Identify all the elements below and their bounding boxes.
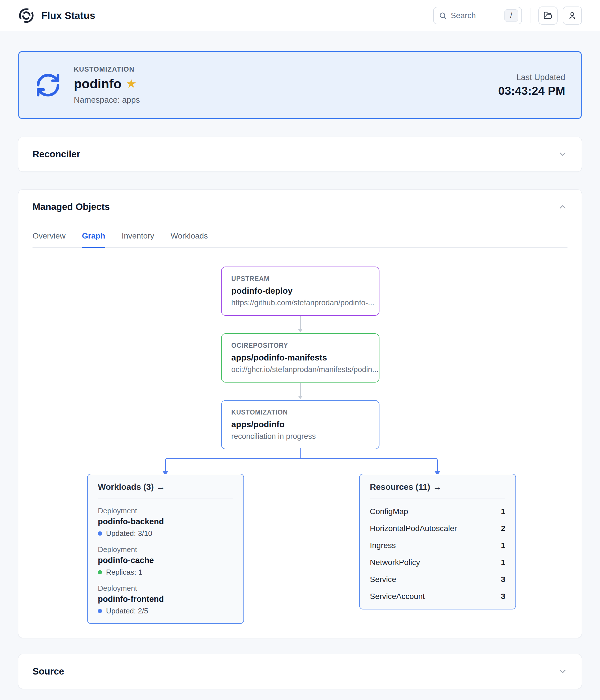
resources-title: Resources (11) (370, 482, 430, 492)
header-divider (530, 8, 530, 23)
user-icon (568, 11, 577, 20)
brand: Flux Status (18, 7, 95, 24)
resource-count: 1 (501, 558, 505, 567)
resource-row: ServiceAccount 3 (370, 592, 505, 601)
workload-item: Deployment podinfo-frontend Updated: 2/5 (98, 584, 233, 616)
chevron-down-icon[interactable] (558, 667, 568, 676)
arrow-right-icon: → (433, 482, 441, 492)
workloads-summary-box: Workloads (3)→ Deployment podinfo-backen… (87, 474, 244, 624)
account-button[interactable] (563, 6, 582, 25)
reconciler-title: Reconciler (32, 149, 80, 159)
chevron-up-icon[interactable] (558, 202, 568, 211)
resource-row: Ingress 1 (370, 541, 505, 550)
source-title: Source (32, 666, 64, 677)
top-bar: Flux Status / (0, 0, 600, 31)
resource-kind: Ingress (370, 541, 396, 550)
source-section: Source (18, 654, 582, 689)
node-name: apps/podinfo-manifests (231, 353, 369, 362)
sync-icon (35, 72, 61, 98)
graph-node-upstream[interactable]: UPSTREAM podinfo-deploy https://github.c… (221, 267, 380, 316)
node-detail: reconciliation in progress (231, 432, 369, 441)
resource-kind: NetworkPolicy (370, 558, 420, 567)
tab-workloads[interactable]: Workloads (171, 231, 208, 248)
reconciler-header[interactable]: Reconciler (18, 137, 582, 172)
graph-node-ocirepository[interactable]: OCIREPOSITORY apps/podinfo-manifests oci… (221, 333, 380, 382)
workload-status: Updated: 2/5 (106, 607, 148, 616)
resource-kind: Service (370, 575, 396, 584)
node-name: apps/podinfo (231, 420, 369, 429)
workload-item: Deployment podinfo-cache Replicas: 1 (98, 545, 233, 577)
resource-kind: ServiceAccount (370, 592, 425, 601)
node-name: podinfo-deploy (231, 286, 369, 296)
divider (98, 499, 233, 499)
resources-link[interactable]: Resources (11)→ (370, 482, 505, 492)
workloads-title: Workloads (3) (98, 482, 154, 492)
node-detail: oci://ghcr.io/stefanprodan/manifests/pod… (231, 365, 369, 374)
status-dot (98, 570, 102, 574)
edge-arrow-down (300, 383, 301, 396)
workload-status: Updated: 3/10 (106, 529, 152, 538)
tab-overview[interactable]: Overview (32, 231, 66, 248)
managed-objects-tabs: Overview Graph Inventory Workloads (32, 231, 568, 248)
search-shortcut-key: / (504, 9, 518, 22)
resources-summary-box: Resources (11)→ ConfigMap 1 HorizontalPo… (359, 474, 516, 609)
folder-icon (544, 11, 552, 20)
status-dot (98, 609, 102, 613)
resource-kind: HorizontalPodAutoscaler (370, 524, 457, 533)
chevron-down-icon[interactable] (558, 149, 568, 159)
flux-logo-icon (18, 7, 34, 24)
workload-name: podinfo-frontend (98, 595, 233, 604)
search-icon (439, 11, 447, 20)
source-header[interactable]: Source (18, 654, 582, 689)
kustomization-hero-card: KUSTOMIZATION podinfo ★ Namespace: apps … (18, 51, 582, 119)
graph-node-kustomization[interactable]: KUSTOMIZATION apps/podinfo reconciliatio… (221, 400, 380, 449)
node-detail: https://github.com/stefanprodan/podinfo-… (231, 299, 369, 307)
workload-name: podinfo-backend (98, 517, 233, 526)
resource-kind-label: KUSTOMIZATION (74, 65, 140, 73)
last-updated-time: 03:43:24 PM (498, 84, 565, 98)
managed-objects-title: Managed Objects (32, 201, 110, 212)
dependency-graph: UPSTREAM podinfo-deploy https://github.c… (32, 248, 568, 624)
node-kind: OCIREPOSITORY (231, 342, 369, 349)
resource-count: 3 (501, 592, 505, 601)
managed-objects-header[interactable]: Managed Objects (18, 190, 582, 224)
favorite-star-icon[interactable]: ★ (126, 78, 137, 90)
node-kind: KUSTOMIZATION (231, 408, 369, 416)
resource-count: 3 (501, 575, 505, 584)
projects-button[interactable] (538, 6, 557, 25)
workloads-link[interactable]: Workloads (3)→ (98, 482, 233, 492)
search-input[interactable] (451, 11, 500, 20)
managed-objects-section: Managed Objects Overview Graph Inventory… (18, 189, 582, 638)
workload-kind: Deployment (98, 545, 233, 554)
app-title: Flux Status (41, 10, 95, 21)
namespace-label: Namespace: apps (74, 95, 140, 105)
reconciler-section: Reconciler (18, 137, 582, 172)
workload-kind: Deployment (98, 506, 233, 515)
resource-row: Service 3 (370, 575, 505, 584)
resource-count: 1 (501, 507, 505, 516)
status-dot (98, 531, 102, 535)
resource-kind: ConfigMap (370, 507, 408, 516)
workload-item: Deployment podinfo-backend Updated: 3/10 (98, 506, 233, 538)
branch-connector (32, 448, 568, 476)
resource-count: 1 (501, 541, 505, 550)
tab-inventory[interactable]: Inventory (122, 231, 154, 248)
search-box[interactable]: / (433, 7, 522, 24)
divider (370, 499, 505, 499)
node-kind: UPSTREAM (231, 275, 369, 283)
workload-status: Replicas: 1 (106, 568, 142, 577)
resource-row: HorizontalPodAutoscaler 2 (370, 524, 505, 533)
workload-kind: Deployment (98, 584, 233, 593)
resource-row: NetworkPolicy 1 (370, 558, 505, 567)
workload-name: podinfo-cache (98, 556, 233, 565)
resource-row: ConfigMap 1 (370, 507, 505, 516)
last-updated-label: Last Updated (498, 73, 565, 82)
arrow-right-icon: → (157, 482, 165, 492)
tab-graph[interactable]: Graph (82, 231, 105, 248)
edge-arrow-down (300, 316, 301, 329)
resource-count: 2 (501, 524, 505, 533)
resource-name: podinfo (74, 76, 122, 92)
